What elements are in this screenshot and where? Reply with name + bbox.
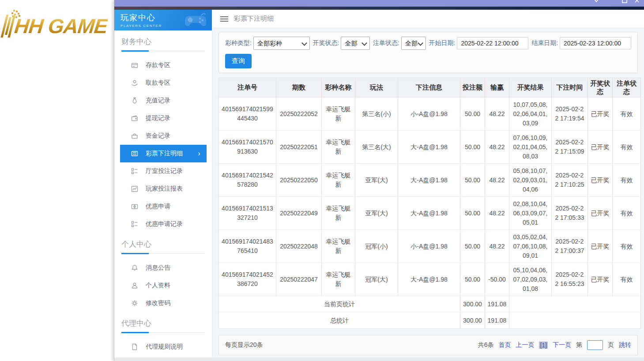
brand-logo: HH GAME bbox=[4, 11, 107, 41]
order-status-label: 注单状态: bbox=[373, 39, 399, 47]
sidebar-item-announcements[interactable]: 消息公告 bbox=[114, 259, 212, 277]
sidebar-item-lottery-bet-details[interactable]: 彩票下注明细› bbox=[120, 145, 207, 162]
table-cell: 02,08,10,04,06,03,09,07,05,01 bbox=[509, 197, 552, 230]
page-size-text: 每页显示20条 bbox=[225, 341, 263, 349]
chevron-down-icon[interactable] bbox=[593, 0, 600, 4]
table-cell: 小-A盘@1.98 bbox=[398, 230, 460, 263]
filter-panel: 彩种类型: 全部彩种 开奖状态: 全部 注单状态: 全部 开始日期: bbox=[218, 32, 638, 73]
sidebar-header: 玩家中心 PLAYERS CENTER bbox=[114, 10, 212, 30]
table-cell: 48.22 bbox=[485, 164, 509, 197]
sidebar-item-hall-bet-records[interactable]: 厅室投注记录 bbox=[114, 162, 212, 180]
summary-empty bbox=[509, 312, 641, 329]
sidebar-item-change-password[interactable]: 修改密码 bbox=[114, 294, 212, 312]
summary-bet-total: 300.00 bbox=[460, 312, 485, 329]
end-date-input[interactable] bbox=[560, 37, 631, 49]
table-cell: 有效 bbox=[613, 197, 641, 230]
end-date-label: 结束日期: bbox=[531, 39, 558, 47]
table-cell: 2025-02-22 16:55:23 bbox=[552, 263, 588, 296]
summary-label: 当前页统计 bbox=[219, 296, 460, 312]
table-cell: 已开奖 bbox=[588, 164, 613, 197]
hall-list-icon bbox=[131, 221, 138, 228]
main-content: 彩票下注明细 彩种类型: 全部彩种 开奖状态: 全部 注单状态: bbox=[212, 10, 644, 361]
maximize-icon[interactable] bbox=[621, 0, 628, 4]
sidebar-item-profile[interactable]: 个人资料 bbox=[114, 277, 212, 294]
section-underline bbox=[121, 51, 205, 51]
screen: HH GAME 玩家中心 PLAYERS CENTER bbox=[0, 0, 644, 361]
table-cell: 50.00 bbox=[460, 230, 485, 263]
first-page-link[interactable]: 首页 bbox=[498, 341, 511, 349]
report-chart-icon bbox=[131, 185, 138, 192]
person-icon bbox=[131, 282, 138, 289]
start-date-input[interactable] bbox=[457, 37, 528, 49]
table-cell: 亚军(大) bbox=[355, 197, 398, 230]
jump-prefix-label: 第 bbox=[576, 341, 582, 349]
table-cell: 有效 bbox=[613, 131, 641, 164]
table-cell: 50.00 bbox=[460, 197, 485, 230]
table-cell: 已开奖 bbox=[588, 131, 613, 164]
table-row: 40156917402145238672020250222047幸运飞艇新冠军(… bbox=[219, 263, 641, 296]
menu-icon[interactable] bbox=[220, 15, 228, 23]
sidebar-item-funds-records[interactable]: 资金记录 bbox=[114, 127, 212, 145]
table-cell: 07,06,10,09,02,01,04,05,08,03 bbox=[509, 131, 552, 164]
column-header: 玩法 bbox=[355, 78, 398, 98]
money-bag-icon bbox=[131, 97, 138, 104]
withdraw-hand-icon bbox=[131, 79, 138, 86]
sidebar-item-player-bet-report[interactable]: 玩家投注报表 bbox=[114, 180, 212, 198]
order-status-select[interactable]: 全部 bbox=[401, 37, 426, 50]
table-cell: 48.22 bbox=[485, 98, 509, 131]
summary-label: 总统计 bbox=[219, 312, 460, 329]
prev-page-link[interactable]: 上一页 bbox=[516, 341, 534, 349]
sidebar-item-label: 存款专区 bbox=[146, 61, 170, 69]
sidebar-item-label: 厅室投注记录 bbox=[146, 167, 183, 175]
purse-icon bbox=[131, 132, 138, 139]
sidebar-item-label: 消息公告 bbox=[146, 264, 170, 272]
sidebar-item-recharge-records[interactable]: 充值记录 bbox=[114, 92, 212, 109]
sidebar-item-label: 优惠申请记录 bbox=[146, 220, 183, 228]
table-cell: 大-A盘@1.98 bbox=[398, 131, 460, 164]
sidebar-section-title: 代理中心 bbox=[121, 318, 205, 328]
next-page-link[interactable]: 下一页 bbox=[553, 341, 571, 349]
table-cell: 幸运飞艇新 bbox=[322, 98, 355, 131]
sidebar-item-promo-apply[interactable]: 优惠申请 bbox=[114, 198, 212, 215]
page-jump-input[interactable] bbox=[587, 340, 603, 350]
table-cell: 幸运飞艇新 bbox=[322, 131, 355, 164]
table-row: 40156917402159944543020250222052幸运飞艇新第三名… bbox=[219, 98, 641, 131]
table-cell: 2025-02-22 17:05:33 bbox=[552, 197, 588, 230]
table-cell: 20250222049 bbox=[276, 197, 322, 230]
table-cell: 有效 bbox=[613, 164, 641, 197]
sidebar-item-withdrawal-records[interactable]: 提现记录 bbox=[114, 109, 212, 127]
jump-button[interactable]: 跳转 bbox=[619, 341, 631, 349]
sidebar-item-deposit-zone[interactable]: 存款专区 bbox=[114, 56, 212, 74]
coupon-icon bbox=[131, 203, 138, 210]
draw-status-select[interactable]: 全部 bbox=[341, 37, 370, 50]
close-icon[interactable] bbox=[633, 0, 640, 4]
table-cell: 第三名(大) bbox=[355, 131, 398, 164]
sidebar-item-label: 取款专区 bbox=[146, 79, 170, 87]
table-cell: 已开奖 bbox=[588, 230, 613, 263]
lottery-type-select[interactable]: 全部彩种 bbox=[253, 37, 310, 50]
table-cell: 幸运飞艇新 bbox=[322, 164, 355, 197]
summary-row: 当前页统计300.00191.08 bbox=[219, 296, 641, 312]
current-page-indicator: [1] bbox=[539, 342, 548, 349]
titlebar-shadow bbox=[114, 7, 644, 10]
window-bottom-edge bbox=[114, 357, 644, 361]
table-cell: 已开奖 bbox=[588, 197, 613, 230]
table-cell: 大-A盘@1.98 bbox=[398, 197, 460, 230]
sidebar-item-promo-apply-records[interactable]: 优惠申请记录 bbox=[114, 215, 212, 233]
section-underline bbox=[121, 253, 205, 254]
sidebar-item-label: 玩家投注报表 bbox=[146, 185, 183, 193]
table-cell: 10,07,05,08,02,06,04,01,03,09 bbox=[509, 98, 552, 131]
ticket-list-icon bbox=[131, 150, 138, 157]
sidebar-item-agent-rules[interactable]: 代理规则说明 bbox=[114, 338, 212, 356]
table-cell: 401569174021542578280 bbox=[219, 164, 276, 197]
lottery-type-label: 彩种类型: bbox=[225, 39, 252, 47]
sidebar-item-label: 彩票下注明细 bbox=[146, 150, 183, 158]
wallet-icon bbox=[131, 115, 138, 122]
query-button[interactable]: 查询 bbox=[225, 54, 252, 68]
table-cell: 幸运飞艇新 bbox=[322, 197, 355, 230]
column-header: 彩种名称 bbox=[322, 78, 355, 98]
sidebar-item-label: 充值记录 bbox=[146, 97, 170, 105]
sidebar-item-withdraw-zone[interactable]: 取款专区 bbox=[114, 74, 212, 92]
table-cell: 05,10,04,06,07,02,09,03,01,08 bbox=[509, 263, 552, 296]
table-row: 40156917402151332721020250222049幸运飞艇新亚军(… bbox=[219, 197, 641, 230]
